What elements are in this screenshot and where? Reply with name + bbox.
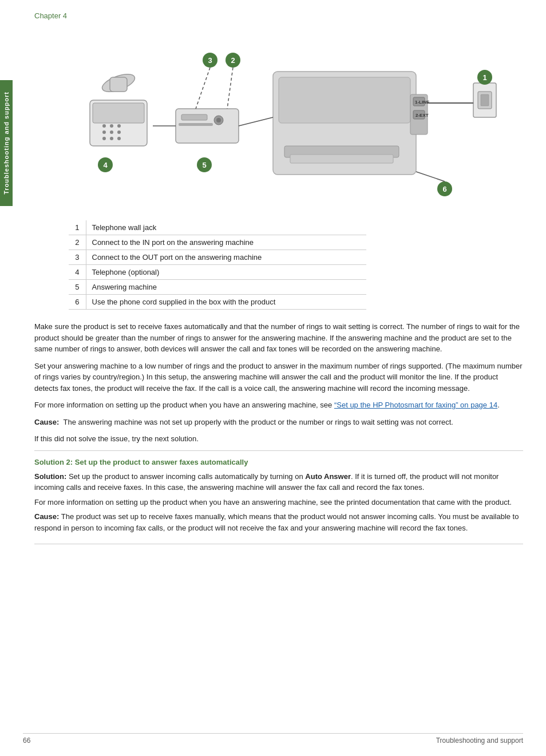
hp-photosmart-link[interactable]: “Set up the HP Photosmart for faxing” on…: [334, 401, 497, 409]
cause1-text: Cause: The answering machine was not set…: [34, 417, 523, 428]
cause2-text: The product was set up to receive faxes …: [34, 512, 519, 532]
para-3: For more information on setting up the p…: [34, 399, 523, 411]
svg-rect-23: [279, 77, 410, 123]
solution2-label: Solution:: [34, 472, 66, 481]
row-num: 4: [69, 265, 86, 280]
items-table: 1Telephone wall jack2Connect to the IN p…: [69, 220, 366, 310]
table-row: 2Connect to the IN port on the answering…: [69, 235, 366, 250]
solution2-more-info: For more information on setting up the p…: [34, 497, 523, 508]
para-3-text: For more information on setting up the p…: [34, 401, 332, 409]
table-row: 5Answering machine: [69, 280, 366, 295]
svg-text:2-EXT: 2-EXT: [416, 113, 429, 118]
cause1-content: The answering machine was not set up pro…: [64, 418, 453, 426]
table-row: 1Telephone wall jack: [69, 220, 366, 235]
svg-point-7: [102, 130, 106, 134]
solution2-section: Solution 2: Set up the product to answer…: [34, 450, 523, 545]
svg-line-44: [416, 172, 445, 181]
svg-point-10: [102, 137, 106, 140]
telephone-illustration: 4: [90, 70, 147, 172]
connection-diagram: 4 5: [34, 26, 523, 203]
svg-text:4: 4: [103, 161, 108, 169]
svg-point-9: [117, 130, 121, 134]
svg-point-18: [216, 118, 221, 122]
side-tab: Troubleshooting and support: [0, 80, 13, 206]
row-label: Answering machine: [86, 280, 366, 295]
svg-text:5: 5: [202, 161, 206, 169]
row-num: 5: [69, 280, 86, 295]
auto-answer-text: Auto Answer: [305, 472, 351, 481]
svg-text:6: 6: [442, 185, 446, 193]
svg-rect-19: [179, 123, 213, 126]
footer-label: Troubleshooting and support: [436, 737, 523, 745]
cause1-label: Cause:: [34, 418, 64, 426]
table-row: 6Use the phone cord supplied in the box …: [69, 295, 366, 310]
svg-rect-25: [290, 155, 393, 163]
svg-point-4: [102, 124, 106, 128]
solution2-title: Solution 2: Set up the product to answer…: [34, 458, 523, 466]
svg-rect-33: [481, 94, 489, 106]
wall-jack-illustration: 1: [473, 70, 496, 117]
para-1: Make sure the product is set to receive …: [34, 321, 523, 355]
svg-line-40: [227, 68, 233, 109]
solution2-text1: Set up the product to answer incoming ca…: [69, 472, 305, 481]
svg-point-12: [117, 137, 121, 140]
printer-illustration: 1-LINE 2-EXT: [273, 72, 430, 175]
row-num: 3: [69, 250, 86, 265]
table-row: 4Telephone (optional): [69, 265, 366, 280]
svg-point-5: [110, 124, 113, 128]
svg-text:1: 1: [482, 73, 486, 82]
row-label: Telephone (optional): [86, 265, 366, 280]
para-2: Set your answering machine to a low numb…: [34, 361, 523, 394]
cause2-label: Cause:: [34, 512, 59, 521]
diagram-area: 4 5: [34, 26, 523, 209]
svg-point-6: [117, 124, 121, 128]
if-not-solve: If this did not solve the issue, try the…: [34, 433, 523, 445]
answering-machine-illustration: 5: [176, 109, 239, 172]
svg-rect-1: [93, 103, 144, 123]
solution2-body: Solution: Set up the product to answer i…: [34, 471, 523, 493]
row-label: Connect to the OUT port on the answering…: [86, 250, 366, 265]
table-row: 3Connect to the OUT port on the answerin…: [69, 250, 366, 265]
svg-text:2: 2: [231, 56, 235, 65]
row-num: 6: [69, 295, 86, 310]
row-label: Connect to the IN port on the answering …: [86, 235, 366, 250]
row-num: 2: [69, 235, 86, 250]
svg-text:3: 3: [208, 56, 212, 65]
svg-text:1-LINE: 1-LINE: [415, 100, 430, 105]
footer-page-num: 66: [23, 737, 30, 745]
svg-rect-16: [181, 114, 207, 120]
row-label: Use the phone cord supplied in the box w…: [86, 295, 366, 310]
svg-rect-3: [110, 77, 127, 92]
svg-point-11: [110, 137, 113, 140]
chapter-label: Chapter 4: [34, 11, 523, 20]
row-label: Telephone wall jack: [86, 220, 366, 235]
main-content: Chapter 4: [23, 0, 546, 561]
solution2-cause: Cause: The product was set up to receive…: [34, 511, 523, 533]
page-footer: 66 Troubleshooting and support: [23, 733, 523, 745]
svg-line-39: [196, 68, 210, 109]
svg-point-8: [110, 130, 113, 134]
side-tab-label: Troubleshooting and support: [3, 92, 10, 195]
svg-line-42: [239, 117, 273, 126]
row-num: 1: [69, 220, 86, 235]
